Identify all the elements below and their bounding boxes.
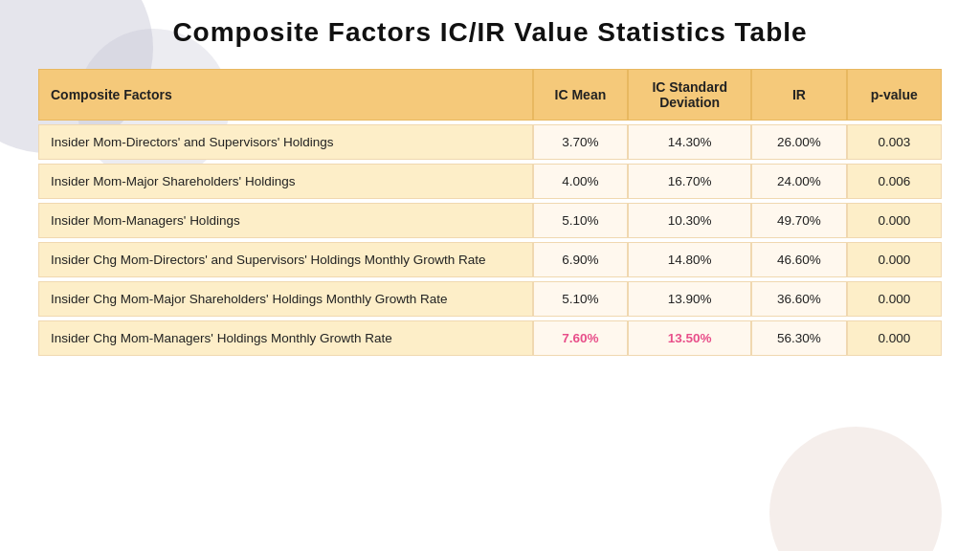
page-content: Composite Factors IC/IR Value Statistics… — [0, 0, 980, 377]
table-row: Insider Mom-Major Shareholders' Holdings… — [38, 164, 942, 199]
cell-ir: 49.70% — [751, 203, 846, 238]
cell-factor: Insider Mom-Major Shareholders' Holdings — [38, 164, 533, 199]
table-row: Insider Mom-Directors' and Supervisors' … — [38, 124, 942, 160]
cell-pvalue: 0.000 — [847, 203, 942, 238]
header-ic-mean: IC Mean — [533, 69, 628, 121]
cell-ic-std: 16.70% — [628, 164, 751, 199]
cell-factor: Insider Chg Mom-Major Shareholders' Hold… — [38, 281, 533, 317]
cell-factor: Insider Chg Mom-Directors' and Superviso… — [38, 242, 533, 277]
cell-ic-mean: 4.00% — [533, 164, 628, 199]
cell-pvalue: 0.000 — [847, 320, 942, 356]
cell-pvalue: 0.003 — [847, 124, 942, 160]
cell-ic-std: 13.50% — [628, 320, 751, 356]
cell-factor: Insider Mom-Directors' and Supervisors' … — [38, 124, 533, 160]
table-header-row: Composite Factors IC Mean IC Standard De… — [38, 69, 942, 121]
table-row: Insider Chg Mom-Managers' Holdings Month… — [38, 320, 942, 356]
cell-ir: 56.30% — [751, 320, 846, 356]
cell-ic-std: 13.90% — [628, 281, 751, 317]
header-pvalue: p-value — [847, 69, 942, 121]
table-row: Insider Chg Mom-Major Shareholders' Hold… — [38, 281, 942, 317]
bg-circle-3 — [769, 427, 942, 551]
header-ic-std: IC Standard Deviation — [628, 69, 751, 121]
cell-ic-std: 14.30% — [628, 124, 751, 160]
cell-ir: 36.60% — [751, 281, 846, 317]
cell-pvalue: 0.006 — [847, 164, 942, 199]
table-row: Insider Chg Mom-Directors' and Superviso… — [38, 242, 942, 277]
cell-ic-mean: 5.10% — [533, 281, 628, 317]
page-title: Composite Factors IC/IR Value Statistics… — [38, 17, 942, 48]
header-ir: IR — [751, 69, 846, 121]
header-factor: Composite Factors — [38, 69, 533, 121]
cell-ic-mean: 6.90% — [533, 242, 628, 277]
cell-ic-mean: 3.70% — [533, 124, 628, 160]
cell-ir: 46.60% — [751, 242, 846, 277]
cell-ir: 26.00% — [751, 124, 846, 160]
cell-ir: 24.00% — [751, 164, 846, 199]
cell-ic-std: 14.80% — [628, 242, 751, 277]
cell-pvalue: 0.000 — [847, 281, 942, 317]
cell-ic-mean: 7.60% — [533, 320, 628, 356]
cell-ic-std: 10.30% — [628, 203, 751, 238]
table-body: Insider Mom-Directors' and Supervisors' … — [38, 124, 942, 356]
cell-pvalue: 0.000 — [847, 242, 942, 277]
cell-factor: Insider Mom-Managers' Holdings — [38, 203, 533, 238]
statistics-table: Composite Factors IC Mean IC Standard De… — [38, 65, 942, 360]
cell-ic-mean: 5.10% — [533, 203, 628, 238]
table-row: Insider Mom-Managers' Holdings5.10%10.30… — [38, 203, 942, 238]
cell-factor: Insider Chg Mom-Managers' Holdings Month… — [38, 320, 533, 356]
